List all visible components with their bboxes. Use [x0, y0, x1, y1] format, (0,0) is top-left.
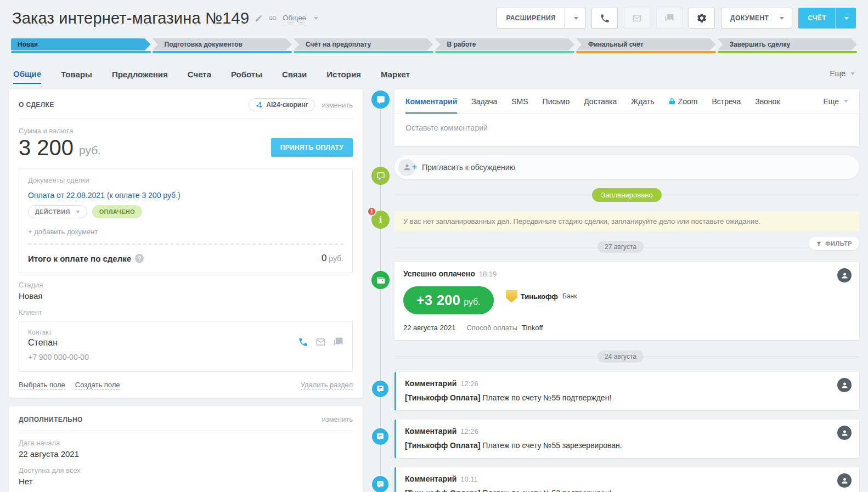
stage-docs[interactable]: Подготовка документов — [153, 38, 292, 53]
invoice-label: СЧЁТ — [799, 8, 835, 28]
tab-market[interactable]: Маркет — [381, 64, 410, 83]
tinkoff-shield-icon — [506, 290, 517, 303]
stage-prepay-invoice[interactable]: Счёт на предоплату — [294, 38, 433, 53]
tab-links[interactable]: Связи — [282, 64, 307, 83]
bank-logo: Тинькофф Банк — [506, 290, 577, 303]
edit-title-icon[interactable] — [255, 14, 263, 22]
composer-tab-sms[interactable]: SMS — [511, 89, 528, 114]
about-deal-section: О СДЕЛКЕ AI24-скоринг изменить Сумма и в… — [9, 89, 363, 398]
composer-tab-zoom[interactable]: Zoom — [669, 89, 698, 114]
total-due-label: Итого к оплате по сделке — [28, 254, 131, 263]
event-time: 12:26 — [460, 427, 478, 436]
comment-event-card: Комментарий 10:11 [Тинькофф Оплата] Плат… — [394, 467, 859, 492]
deal-stage-bar: Новая Подготовка документов Счёт на пред… — [0, 38, 868, 53]
payment-amount-pill: +3 200 руб. — [403, 286, 494, 314]
comment-icon — [372, 428, 388, 445]
section-title: О СДЕЛКЕ — [19, 101, 54, 109]
edit-section-link[interactable]: изменить — [322, 415, 353, 423]
composer-tab-meeting[interactable]: Встреча — [712, 89, 741, 114]
page-header: Заказ интернет-магазина №149 Общее РАСШИ… — [0, 0, 868, 29]
extensions-label: РАСШИРЕНИЯ — [497, 8, 565, 28]
chevron-down-icon — [780, 17, 784, 20]
filter-button[interactable]: ФИЛЬТР — [809, 237, 859, 250]
chevron-down-icon — [314, 17, 318, 20]
contact-phone[interactable]: +7 900 000-00-00 — [28, 353, 343, 361]
event-time: 10:11 — [460, 475, 478, 483]
link-icon[interactable] — [268, 14, 277, 22]
settings-button[interactable] — [689, 8, 715, 29]
phone-icon[interactable] — [298, 337, 308, 347]
ai-scoring-button[interactable]: AI24-скоринг — [249, 98, 315, 111]
document-button[interactable]: ДОКУМЕНТ — [721, 8, 792, 29]
date-badge: 27 августа — [598, 241, 644, 253]
invoice-button[interactable]: СЧЁТ — [798, 8, 856, 29]
create-field-link[interactable]: Создать поле — [75, 381, 120, 390]
delete-section-link[interactable]: Удалить раздел — [301, 381, 353, 390]
composer-tab-comment[interactable]: Комментарий — [405, 89, 457, 114]
avatar[interactable] — [837, 473, 852, 488]
event-title: Комментарий — [405, 474, 456, 483]
invite-to-discussion[interactable]: + Пригласить к обсуждению — [394, 155, 859, 179]
contact-name[interactable]: Степан — [28, 338, 58, 348]
extensions-button[interactable]: РАСШИРЕНИЯ — [497, 8, 585, 29]
client-card: Контакт Степан +7 900 000-00-00 — [19, 321, 353, 372]
extensions-dropdown[interactable] — [565, 8, 585, 28]
help-icon[interactable]: ? — [135, 254, 144, 263]
comment-bubble-icon — [371, 91, 390, 109]
paid-status-badge: ОПЛАЧЕНО — [92, 205, 142, 218]
choose-field-link[interactable]: Выбрать поле — [19, 381, 65, 390]
documents-label: Документы сделки — [28, 176, 343, 184]
composer-tab-delivery[interactable]: Доставка — [584, 89, 617, 114]
client-field-label: Клиент — [19, 308, 353, 316]
stage-new[interactable]: Новая — [11, 38, 151, 53]
comment-icon — [372, 381, 388, 397]
avatar[interactable] — [837, 268, 852, 282]
tab-general[interactable]: Общие — [13, 64, 41, 84]
avatar[interactable] — [837, 426, 852, 440]
composer-tab-letter[interactable]: Письмо — [543, 89, 570, 114]
tab-history[interactable]: История — [326, 64, 361, 83]
composer-more[interactable]: Еще — [824, 97, 849, 106]
start-date-label: Дата начала — [19, 439, 353, 447]
composer-tab-task[interactable]: Задача — [471, 89, 497, 114]
email-button[interactable] — [624, 8, 650, 29]
tab-products[interactable]: Товары — [61, 64, 92, 83]
add-document-link[interactable]: + добавить документ — [28, 228, 343, 236]
call-button[interactable] — [591, 8, 618, 29]
tab-robots[interactable]: Роботы — [231, 64, 262, 83]
composer-tab-call[interactable]: Звонок — [755, 89, 780, 114]
planned-divider: Запланировано — [394, 188, 859, 202]
planned-badge: Запланировано — [592, 188, 661, 202]
avatar[interactable] — [837, 378, 852, 392]
timeline-composer: Комментарий Задача SMS Письмо Доставка Ж… — [394, 89, 859, 146]
tab-quotes[interactable]: Предложения — [112, 64, 168, 83]
payment-event-card: Успешно оплачено 18:19 +3 200 руб. Тиньк… — [394, 262, 859, 340]
chat-button[interactable] — [656, 8, 683, 29]
no-activities-banner: 1 У вас нет запланированных дел. Передви… — [394, 211, 859, 231]
comment-event-card: Комментарий 12:26 [Тинькофф Оплата] Плат… — [394, 420, 859, 458]
chat-icon[interactable] — [333, 337, 343, 347]
discussion-bubble-icon — [371, 167, 390, 185]
comment-input[interactable]: Оставьте комментарий — [394, 114, 859, 146]
actions-dropdown[interactable]: ДЕЙСТВИЯ — [28, 205, 87, 218]
stage-close-deal[interactable]: Завершить сделку — [718, 38, 858, 53]
payment-document-link[interactable]: Оплата от 22.08.2021 (к оплате 3 200 руб… — [28, 191, 181, 200]
invoice-dropdown[interactable] — [835, 8, 855, 28]
accept-payment-button[interactable]: ПРИНЯТЬ ОПЛАТУ — [271, 138, 353, 157]
tab-invoices[interactable]: Счета — [188, 64, 211, 83]
composer-tab-wait[interactable]: Ждать — [631, 89, 654, 114]
event-title: Комментарий — [405, 379, 456, 388]
email-icon[interactable] — [315, 337, 326, 347]
category-selector[interactable]: Общее — [283, 14, 306, 23]
event-time: 18:19 — [479, 270, 497, 278]
chevron-down-icon — [850, 72, 855, 75]
section-title: ДОПОЛНИТЕЛЬНО — [19, 416, 83, 423]
deal-amount: 3 200 — [19, 136, 74, 159]
stage-final-invoice[interactable]: Финальный счёт — [576, 38, 716, 53]
molecule-icon — [256, 101, 263, 109]
edit-section-link[interactable]: изменить — [322, 101, 353, 109]
event-title: Комментарий — [405, 427, 456, 436]
funnel-icon — [816, 241, 822, 247]
tabs-more[interactable]: Еще — [830, 69, 855, 78]
stage-in-progress[interactable]: В работе — [435, 38, 575, 53]
